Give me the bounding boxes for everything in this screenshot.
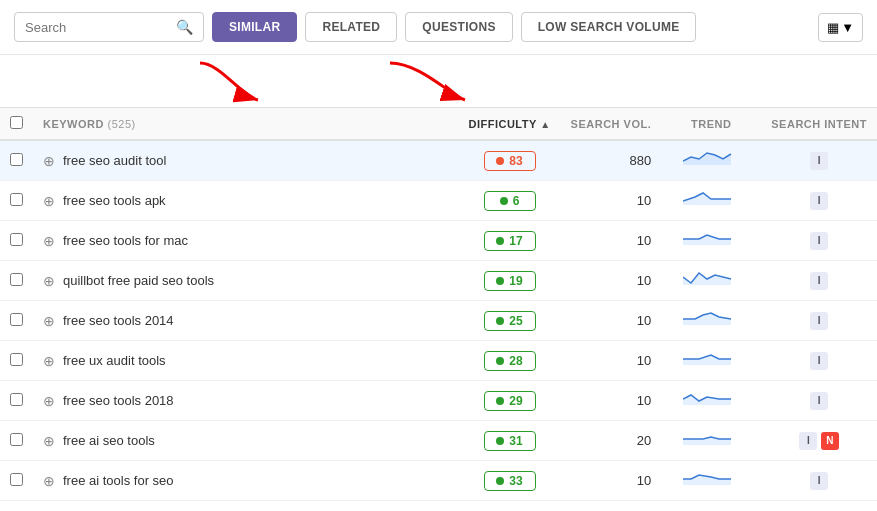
row-checkbox[interactable]	[10, 273, 23, 286]
keyword-text: free ai tools for seo	[63, 473, 174, 488]
intent-badge-n: N	[821, 432, 839, 450]
intent-badge-i: I	[799, 432, 817, 450]
keyword-text: free seo tools 2014	[63, 313, 174, 328]
row-checkbox[interactable]	[10, 233, 23, 246]
table-row: ⊕ quillbot free paid seo tools 19 10 I	[0, 261, 877, 301]
row-checkbox-cell[interactable]	[0, 461, 33, 501]
search-vol-cell: 10	[561, 181, 662, 221]
search-input[interactable]	[25, 20, 170, 35]
row-checkbox-cell[interactable]	[0, 341, 33, 381]
row-checkbox[interactable]	[10, 313, 23, 326]
search-vol-cell: 10	[561, 461, 662, 501]
select-all-checkbox[interactable]	[10, 116, 23, 129]
add-keyword-icon[interactable]: ⊕	[43, 313, 55, 329]
trend-cell	[661, 421, 761, 461]
header-keyword[interactable]: KEYWORD (525)	[33, 108, 458, 141]
difficulty-dot	[496, 357, 504, 365]
difficulty-badge: 83	[484, 151, 536, 171]
add-keyword-icon[interactable]: ⊕	[43, 233, 55, 249]
tab-low-search-volume[interactable]: LOW SEARCH VOLUME	[521, 12, 697, 42]
add-keyword-icon[interactable]: ⊕	[43, 353, 55, 369]
intent-badge-i: I	[810, 392, 828, 410]
difficulty-dot	[496, 397, 504, 405]
row-checkbox-cell[interactable]	[0, 261, 33, 301]
intent-badge-i: I	[810, 272, 828, 290]
add-keyword-icon[interactable]: ⊕	[43, 393, 55, 409]
row-checkbox-cell[interactable]	[0, 381, 33, 421]
add-keyword-icon[interactable]: ⊕	[43, 473, 55, 489]
search-vol-cell: 10	[561, 301, 662, 341]
difficulty-badge: 31	[484, 431, 536, 451]
table-row: ⊕ free seo tools 2014 25 10 I	[0, 301, 877, 341]
table-row: ⊕ free seo tools for mac 17 10 I	[0, 221, 877, 261]
row-checkbox-cell[interactable]	[0, 301, 33, 341]
keyword-cell: ⊕ free ai tools for seo	[33, 461, 458, 501]
difficulty-cell: 31	[458, 421, 560, 461]
trend-sparkline	[683, 229, 739, 249]
trend-sparkline	[683, 149, 739, 169]
row-checkbox[interactable]	[10, 473, 23, 486]
header-difficulty[interactable]: DIFFICULTY ▲	[458, 108, 560, 141]
difficulty-badge: 6	[484, 191, 536, 211]
header-select-all[interactable]	[0, 108, 33, 141]
table-row: ⊕ free ux audit tools 28 10 I	[0, 341, 877, 381]
header-search-vol[interactable]: SEARCH VOL.	[561, 108, 662, 141]
table-row: ⊕ free ai seo tools 31 20 I N	[0, 421, 877, 461]
tab-similar[interactable]: SIMILAR	[212, 12, 297, 42]
table-header: KEYWORD (525) DIFFICULTY ▲ SEARCH VOL. T…	[0, 108, 877, 141]
difficulty-dot	[500, 197, 508, 205]
search-icon: 🔍	[176, 19, 193, 35]
trend-sparkline	[683, 429, 739, 449]
row-checkbox[interactable]	[10, 193, 23, 206]
tab-related[interactable]: RELATED	[305, 12, 397, 42]
keyword-text: free seo audit tool	[63, 153, 166, 168]
row-checkbox[interactable]	[10, 393, 23, 406]
search-vol-cell: 20	[561, 501, 662, 512]
difficulty-cell: 28	[458, 341, 560, 381]
trend-cell	[661, 341, 761, 381]
header-trend[interactable]: TREND	[661, 108, 761, 141]
add-keyword-icon[interactable]: ⊕	[43, 273, 55, 289]
header-intent[interactable]: SEARCH INTENT	[761, 108, 877, 141]
keyword-text: free seo tools for mac	[63, 233, 188, 248]
difficulty-cell: 25	[458, 301, 560, 341]
difficulty-badge: 28	[484, 351, 536, 371]
search-vol-cell: 10	[561, 221, 662, 261]
keyword-table: KEYWORD (525) DIFFICULTY ▲ SEARCH VOL. T…	[0, 107, 877, 511]
intent-cell: I	[761, 221, 877, 261]
keyword-count: (525)	[108, 118, 136, 130]
keyword-label: KEYWORD	[43, 118, 104, 130]
tab-questions[interactable]: QUESTIONS	[405, 12, 512, 42]
table-row: ⊕ free ai tools for seo 33 10 I	[0, 461, 877, 501]
table-body: ⊕ free seo audit tool 83 880 I	[0, 140, 877, 511]
trend-cell	[661, 221, 761, 261]
keyword-cell: ⊕ seo ai tools free	[33, 501, 458, 512]
intent-cell: I	[761, 501, 877, 512]
table-row: ⊕ free seo audit tool 83 880 I	[0, 140, 877, 181]
row-checkbox-cell[interactable]	[0, 421, 33, 461]
row-checkbox-cell[interactable]	[0, 501, 33, 512]
difficulty-badge: 33	[484, 471, 536, 491]
row-checkbox-cell[interactable]	[0, 140, 33, 181]
search-vol-cell: 880	[561, 140, 662, 181]
search-box[interactable]: 🔍	[14, 12, 204, 42]
row-checkbox[interactable]	[10, 153, 23, 166]
row-checkbox-cell[interactable]	[0, 181, 33, 221]
copy-button[interactable]: ▦ ▼	[818, 13, 863, 42]
arrow-overlay	[0, 55, 877, 107]
difficulty-cell: 17	[458, 221, 560, 261]
row-checkbox[interactable]	[10, 433, 23, 446]
intent-cell: I	[761, 181, 877, 221]
row-checkbox-cell[interactable]	[0, 221, 33, 261]
keyword-text: free seo tools apk	[63, 193, 166, 208]
keyword-cell: ⊕ free seo tools for mac	[33, 221, 458, 261]
intent-cell: I	[761, 341, 877, 381]
add-keyword-icon[interactable]: ⊕	[43, 153, 55, 169]
intent-badge-i: I	[810, 232, 828, 250]
difficulty-dot	[496, 157, 504, 165]
trend-cell	[661, 261, 761, 301]
add-keyword-icon[interactable]: ⊕	[43, 433, 55, 449]
difficulty-badge: 29	[484, 391, 536, 411]
row-checkbox[interactable]	[10, 353, 23, 366]
add-keyword-icon[interactable]: ⊕	[43, 193, 55, 209]
